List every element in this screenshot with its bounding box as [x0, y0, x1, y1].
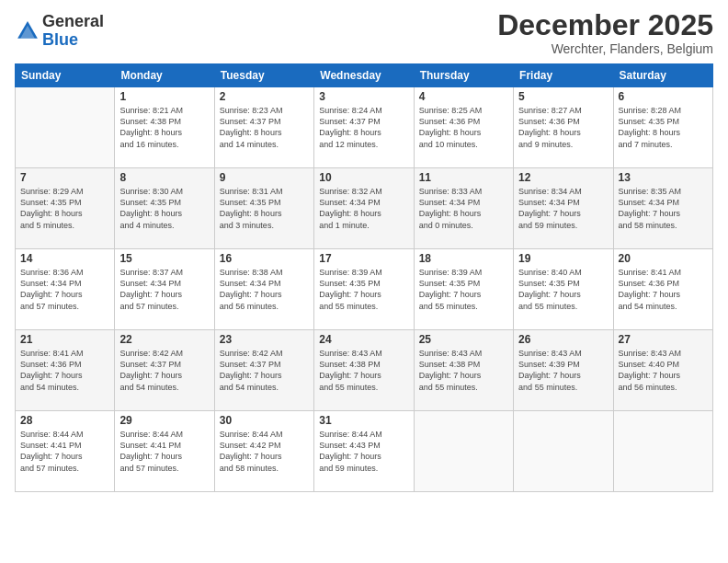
calendar: SundayMondayTuesdayWednesdayThursdayFrid…: [15, 63, 713, 492]
logo-icon: [15, 18, 40, 44]
calendar-cell: 8Sunrise: 8:30 AM Sunset: 4:35 PM Daylig…: [115, 168, 214, 249]
day-info: Sunrise: 8:43 AM Sunset: 4:40 PM Dayligh…: [619, 348, 708, 393]
calendar-cell: 15Sunrise: 8:37 AM Sunset: 4:34 PM Dayli…: [115, 249, 214, 330]
day-info: Sunrise: 8:41 AM Sunset: 4:36 PM Dayligh…: [20, 348, 109, 393]
calendar-cell: 18Sunrise: 8:39 AM Sunset: 4:35 PM Dayli…: [414, 249, 513, 330]
day-info: Sunrise: 8:30 AM Sunset: 4:35 PM Dayligh…: [119, 186, 209, 231]
day-number: 21: [20, 333, 109, 346]
day-number: 10: [319, 171, 408, 184]
day-number: 30: [220, 414, 309, 427]
calendar-cell: 3Sunrise: 8:24 AM Sunset: 4:37 PM Daylig…: [314, 87, 414, 168]
day-info: Sunrise: 8:42 AM Sunset: 4:37 PM Dayligh…: [119, 348, 209, 393]
day-number: 16: [220, 252, 309, 265]
day-info: Sunrise: 8:25 AM Sunset: 4:36 PM Dayligh…: [419, 105, 508, 150]
day-number: 13: [619, 171, 708, 184]
day-info: Sunrise: 8:36 AM Sunset: 4:34 PM Dayligh…: [20, 267, 109, 312]
logo: General Blue: [15, 13, 104, 50]
day-number: 23: [220, 333, 309, 346]
calendar-cell: 25Sunrise: 8:43 AM Sunset: 4:38 PM Dayli…: [414, 330, 513, 411]
weekday-header-friday: Friday: [514, 64, 613, 87]
day-number: 17: [319, 252, 408, 265]
day-info: Sunrise: 8:27 AM Sunset: 4:36 PM Dayligh…: [518, 105, 608, 150]
day-info: Sunrise: 8:43 AM Sunset: 4:39 PM Dayligh…: [518, 348, 608, 393]
day-info: Sunrise: 8:40 AM Sunset: 4:35 PM Dayligh…: [518, 267, 608, 312]
weekday-header-wednesday: Wednesday: [314, 64, 414, 87]
day-info: Sunrise: 8:44 AM Sunset: 4:41 PM Dayligh…: [119, 429, 209, 474]
day-info: Sunrise: 8:44 AM Sunset: 4:42 PM Dayligh…: [220, 429, 309, 474]
calendar-week-row: 1Sunrise: 8:21 AM Sunset: 4:38 PM Daylig…: [16, 87, 713, 168]
calendar-cell: 16Sunrise: 8:38 AM Sunset: 4:34 PM Dayli…: [214, 249, 313, 330]
day-number: 8: [119, 171, 209, 184]
calendar-cell: 4Sunrise: 8:25 AM Sunset: 4:36 PM Daylig…: [414, 87, 513, 168]
day-number: 2: [220, 90, 309, 103]
weekday-header-row: SundayMondayTuesdayWednesdayThursdayFrid…: [16, 64, 713, 87]
day-number: 27: [619, 333, 708, 346]
day-number: 31: [319, 414, 408, 427]
weekday-header-thursday: Thursday: [414, 64, 513, 87]
day-info: Sunrise: 8:37 AM Sunset: 4:34 PM Dayligh…: [119, 267, 209, 312]
calendar-cell: 30Sunrise: 8:44 AM Sunset: 4:42 PM Dayli…: [214, 411, 313, 492]
day-number: 19: [518, 252, 608, 265]
day-info: Sunrise: 8:32 AM Sunset: 4:34 PM Dayligh…: [319, 186, 408, 231]
calendar-cell: 27Sunrise: 8:43 AM Sunset: 4:40 PM Dayli…: [613, 330, 712, 411]
calendar-cell: 19Sunrise: 8:40 AM Sunset: 4:35 PM Dayli…: [514, 249, 613, 330]
day-number: 25: [419, 333, 508, 346]
header: General Blue December 2025 Werchter, Fla…: [15, 9, 713, 56]
logo-blue: Blue: [42, 31, 104, 50]
calendar-cell: 6Sunrise: 8:28 AM Sunset: 4:35 PM Daylig…: [613, 87, 712, 168]
day-info: Sunrise: 8:39 AM Sunset: 4:35 PM Dayligh…: [319, 267, 408, 312]
day-number: 20: [619, 252, 708, 265]
day-info: Sunrise: 8:23 AM Sunset: 4:37 PM Dayligh…: [220, 105, 309, 150]
day-info: Sunrise: 8:28 AM Sunset: 4:35 PM Dayligh…: [619, 105, 708, 150]
title-block: December 2025 Werchter, Flanders, Belgiu…: [497, 9, 713, 56]
calendar-week-row: 21Sunrise: 8:41 AM Sunset: 4:36 PM Dayli…: [16, 330, 713, 411]
day-info: Sunrise: 8:43 AM Sunset: 4:38 PM Dayligh…: [419, 348, 508, 393]
day-number: 26: [518, 333, 608, 346]
calendar-cell: 12Sunrise: 8:34 AM Sunset: 4:34 PM Dayli…: [514, 168, 613, 249]
day-info: Sunrise: 8:38 AM Sunset: 4:34 PM Dayligh…: [220, 267, 309, 312]
calendar-cell: [16, 87, 115, 168]
day-number: 7: [20, 171, 109, 184]
weekday-header-tuesday: Tuesday: [214, 64, 313, 87]
calendar-week-row: 7Sunrise: 8:29 AM Sunset: 4:35 PM Daylig…: [16, 168, 713, 249]
calendar-cell: 14Sunrise: 8:36 AM Sunset: 4:34 PM Dayli…: [16, 249, 115, 330]
day-number: 1: [119, 90, 209, 103]
calendar-cell: 13Sunrise: 8:35 AM Sunset: 4:34 PM Dayli…: [613, 168, 712, 249]
day-number: 9: [220, 171, 309, 184]
calendar-week-row: 28Sunrise: 8:44 AM Sunset: 4:41 PM Dayli…: [16, 411, 713, 492]
day-number: 14: [20, 252, 109, 265]
day-number: 15: [119, 252, 209, 265]
calendar-cell: 11Sunrise: 8:33 AM Sunset: 4:34 PM Dayli…: [414, 168, 513, 249]
weekday-header-saturday: Saturday: [613, 64, 712, 87]
day-number: 12: [518, 171, 608, 184]
day-info: Sunrise: 8:33 AM Sunset: 4:34 PM Dayligh…: [419, 186, 508, 231]
day-info: Sunrise: 8:44 AM Sunset: 4:43 PM Dayligh…: [319, 429, 408, 474]
calendar-cell: 23Sunrise: 8:42 AM Sunset: 4:37 PM Dayli…: [214, 330, 313, 411]
calendar-cell: 26Sunrise: 8:43 AM Sunset: 4:39 PM Dayli…: [514, 330, 613, 411]
weekday-header-monday: Monday: [115, 64, 214, 87]
day-number: 24: [319, 333, 408, 346]
logo-text: General Blue: [42, 13, 104, 50]
calendar-cell: 28Sunrise: 8:44 AM Sunset: 4:41 PM Dayli…: [16, 411, 115, 492]
day-info: Sunrise: 8:43 AM Sunset: 4:38 PM Dayligh…: [319, 348, 408, 393]
page: General Blue December 2025 Werchter, Fla…: [0, 0, 728, 563]
day-info: Sunrise: 8:41 AM Sunset: 4:36 PM Dayligh…: [619, 267, 708, 312]
logo-general: General: [42, 13, 104, 31]
calendar-cell: 29Sunrise: 8:44 AM Sunset: 4:41 PM Dayli…: [115, 411, 214, 492]
calendar-cell: [613, 411, 712, 492]
calendar-cell: 1Sunrise: 8:21 AM Sunset: 4:38 PM Daylig…: [115, 87, 214, 168]
day-info: Sunrise: 8:42 AM Sunset: 4:37 PM Dayligh…: [220, 348, 309, 393]
day-info: Sunrise: 8:24 AM Sunset: 4:37 PM Dayligh…: [319, 105, 408, 150]
day-number: 5: [518, 90, 608, 103]
weekday-header-sunday: Sunday: [16, 64, 115, 87]
calendar-cell: 21Sunrise: 8:41 AM Sunset: 4:36 PM Dayli…: [16, 330, 115, 411]
day-number: 4: [419, 90, 508, 103]
calendar-cell: 10Sunrise: 8:32 AM Sunset: 4:34 PM Dayli…: [314, 168, 414, 249]
calendar-cell: 5Sunrise: 8:27 AM Sunset: 4:36 PM Daylig…: [514, 87, 613, 168]
day-info: Sunrise: 8:44 AM Sunset: 4:41 PM Dayligh…: [20, 429, 109, 474]
calendar-cell: 9Sunrise: 8:31 AM Sunset: 4:35 PM Daylig…: [214, 168, 313, 249]
day-number: 28: [20, 414, 109, 427]
calendar-cell: [414, 411, 513, 492]
day-number: 22: [119, 333, 209, 346]
day-info: Sunrise: 8:31 AM Sunset: 4:35 PM Dayligh…: [220, 186, 309, 231]
